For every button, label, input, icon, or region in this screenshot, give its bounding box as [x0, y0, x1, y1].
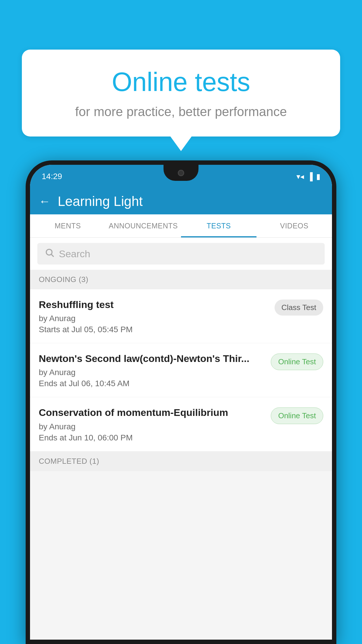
test-date: Ends at Jun 10, 06:00 PM [39, 433, 265, 442]
search-container: Search [30, 238, 332, 270]
search-placeholder: Search [59, 248, 90, 260]
test-date: Starts at Jul 05, 05:45 PM [39, 325, 269, 334]
completed-section-header: COMPLETED (1) [30, 452, 332, 471]
ongoing-title: ONGOING (3) [39, 275, 88, 284]
test-info: Reshuffling test by Anurag Starts at Jul… [39, 298, 269, 334]
test-info: Newton's Second law(contd)-Newton's Thir… [39, 352, 265, 388]
test-item[interactable]: Conservation of momentum-Equilibrium by … [30, 397, 332, 451]
camera [178, 170, 184, 176]
tab-ments[interactable]: MENTS [30, 214, 106, 237]
speech-bubble-subtitle: for more practice, better performance [45, 104, 317, 119]
test-author: by Anurag [39, 368, 265, 377]
tabs-container: MENTS ANNOUNCEMENTS TESTS VIDEOS [30, 214, 332, 238]
completed-title: COMPLETED (1) [39, 457, 99, 466]
app-header: ← Learning Light [30, 188, 332, 214]
test-author: by Anurag [39, 422, 265, 431]
phone-notch [164, 165, 198, 181]
signal-icon: ▐ [307, 172, 313, 181]
tab-videos[interactable]: VIDEOS [256, 214, 332, 237]
test-name: Reshuffling test [39, 298, 269, 311]
status-icons: ▾◂ ▐ ▮ [296, 172, 320, 181]
test-name: Conservation of momentum-Equilibrium [39, 406, 265, 419]
back-button[interactable]: ← [39, 195, 50, 208]
speech-bubble-title: Online tests [45, 67, 317, 97]
phone-screen: 14:29 ▾◂ ▐ ▮ ← Learning Light MENTS ANNO… [30, 165, 332, 640]
test-info: Conservation of momentum-Equilibrium by … [39, 406, 265, 442]
test-author: by Anurag [39, 314, 269, 323]
svg-point-0 [46, 249, 52, 255]
speech-bubble: Online tests for more practice, better p… [22, 50, 340, 136]
status-bar: 14:29 ▾◂ ▐ ▮ [30, 165, 332, 188]
test-badge-online: Online Test [271, 354, 323, 370]
test-name: Newton's Second law(contd)-Newton's Thir… [39, 352, 265, 365]
test-list: Reshuffling test by Anurag Starts at Jul… [30, 289, 332, 452]
phone-frame: 14:29 ▾◂ ▐ ▮ ← Learning Light MENTS ANNO… [26, 160, 336, 644]
test-item[interactable]: Newton's Second law(contd)-Newton's Thir… [30, 343, 332, 397]
battery-icon: ▮ [316, 172, 320, 181]
status-time: 14:29 [42, 172, 62, 181]
app-title: Learning Light [58, 193, 143, 209]
search-icon [45, 248, 55, 260]
test-badge-online: Online Test [271, 407, 323, 424]
search-input-wrapper[interactable]: Search [37, 243, 325, 265]
test-date: Ends at Jul 06, 10:45 AM [39, 379, 265, 388]
wifi-icon: ▾◂ [296, 172, 304, 181]
test-badge-class: Class Test [275, 300, 323, 316]
tab-tests[interactable]: TESTS [181, 214, 256, 237]
test-item[interactable]: Reshuffling test by Anurag Starts at Jul… [30, 289, 332, 343]
ongoing-section-header: ONGOING (3) [30, 270, 332, 289]
tab-announcements[interactable]: ANNOUNCEMENTS [106, 214, 181, 237]
svg-line-1 [51, 254, 54, 257]
